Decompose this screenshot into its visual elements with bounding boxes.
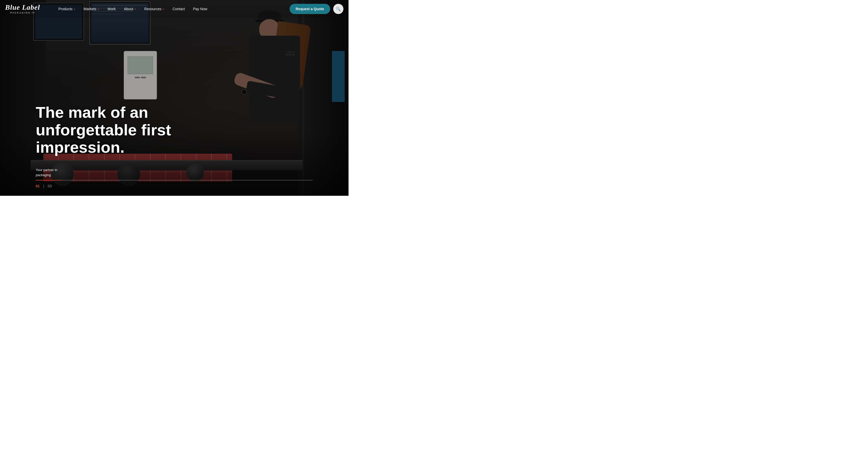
markets-plus-icon: + xyxy=(97,7,99,11)
logo-co: CO xyxy=(32,12,35,13)
slide-divider: | xyxy=(43,184,44,188)
about-plus-icon: + xyxy=(134,7,136,11)
hero-section: QUALITYNEVER DIE Blue Label PACKAGING CO xyxy=(0,0,348,196)
search-button[interactable]: 🔍 xyxy=(333,4,343,14)
nav-links: Products + Markets + Work About + Resour… xyxy=(55,5,289,13)
hero-headline: The mark of an unforgettable first impre… xyxy=(36,104,171,156)
nav-right-actions: Request a Quote 🔍 xyxy=(289,4,343,14)
nav-item-about[interactable]: About + xyxy=(121,5,139,13)
resources-plus-icon: + xyxy=(162,7,164,11)
products-plus-icon: + xyxy=(73,7,75,11)
logo-subtitle: PACKAGING xyxy=(10,11,31,14)
progress-bar-fill xyxy=(36,180,61,180)
nav-item-resources[interactable]: Resources + xyxy=(141,5,167,13)
logo-text: Blue Label xyxy=(5,4,40,11)
search-icon: 🔍 xyxy=(336,7,341,11)
hero-content: The mark of an unforgettable first impre… xyxy=(36,104,171,160)
nav-item-markets[interactable]: Markets + xyxy=(81,5,102,13)
partner-text: Your partner in packaging xyxy=(36,167,313,177)
hero-bottom-bar: Your partner in packaging 01 | 03 xyxy=(0,165,348,196)
progress-bar-container xyxy=(36,180,313,180)
logo-area[interactable]: Blue Label PACKAGING CO xyxy=(5,4,40,14)
nav-item-products[interactable]: Products + xyxy=(55,5,79,13)
nav-item-pay-now[interactable]: Pay Now xyxy=(190,5,210,13)
slide-current: 01 xyxy=(36,184,40,188)
slide-counter: 01 | 03 xyxy=(36,184,313,188)
nav-item-work[interactable]: Work xyxy=(104,5,119,13)
request-quote-button[interactable]: Request a Quote xyxy=(289,4,330,14)
navbar: Blue Label PACKAGING CO Products + Marke… xyxy=(0,0,348,18)
slide-total: 03 xyxy=(48,184,52,188)
progress-bar-track xyxy=(61,180,313,180)
nav-item-contact[interactable]: Contact xyxy=(169,5,188,13)
